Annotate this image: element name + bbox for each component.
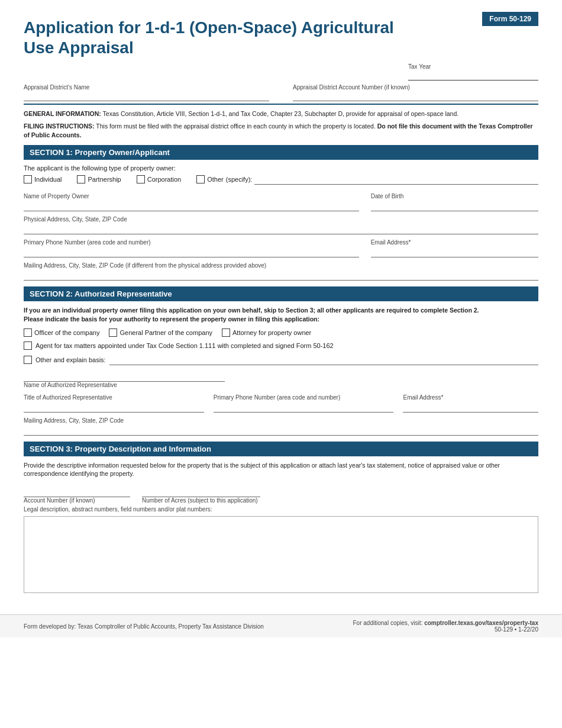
rep-title-label: Title of Authorized Representative <box>24 394 204 401</box>
rep-email-label: Email Address* <box>403 394 538 401</box>
rep-phone-field: Primary Phone Number (area code and numb… <box>214 394 394 413</box>
partnership-checkbox[interactable] <box>77 175 85 183</box>
section3-description: Provide the descriptive information requ… <box>24 461 538 478</box>
account-number-input[interactable] <box>24 487 130 497</box>
rep-phone-label: Primary Phone Number (area code and numb… <box>214 394 394 401</box>
general-partner-label: General Partner of the company <box>119 329 212 336</box>
filing-prefix: FILING INSTRUCTIONS: <box>24 123 95 130</box>
filing-instructions-notice: FILING INSTRUCTIONS: This form must be f… <box>24 122 538 139</box>
legal-desc-label: Legal description, abstract numbers, fie… <box>24 506 538 513</box>
rep-name-input[interactable] <box>24 371 225 382</box>
phone-label: Primary Phone Number (area code and numb… <box>24 239 359 246</box>
filing-text: This form must be filed with the apprais… <box>96 123 376 130</box>
owner-name-field: Name of Property Owner <box>24 193 359 211</box>
owner-name-input[interactable] <box>24 201 359 211</box>
corporation-checkbox-item[interactable]: Corporation <box>137 175 181 183</box>
dob-label: Date of Birth <box>371 193 538 199</box>
rep-name-label: Name of Authorized Representative <box>24 382 225 388</box>
officer-checkbox-item[interactable]: Officer of the company <box>24 328 99 337</box>
footer-version: 50-129 • 1-22/20 <box>353 626 538 633</box>
attorney-checkbox-item[interactable]: Attorney for property owner <box>222 328 311 337</box>
section1-header: SECTION 1: Property Owner/Applicant <box>24 145 538 160</box>
mailing-address-input[interactable] <box>24 270 538 281</box>
dob-field: Date of Birth <box>371 193 538 211</box>
mailing-address-label: Mailing Address, City, State, ZIP Code (… <box>24 262 538 269</box>
rep-mailing-field: Mailing Address, City, State, ZIP Code <box>24 417 538 436</box>
footer-right-prefix: For additional copies, visit: <box>353 620 425 626</box>
individual-checkbox[interactable] <box>24 175 32 183</box>
section2-note: If you are an individual property owner … <box>24 306 538 323</box>
attorney-checkbox[interactable] <box>222 328 230 337</box>
other-specify-input[interactable] <box>254 174 538 185</box>
footer-right-link[interactable]: comptroller.texas.gov/taxes/property-tax <box>424 620 538 626</box>
section2-header: SECTION 2: Authorized Representative <box>24 286 538 301</box>
mailing-address-field: Mailing Address, City, State, ZIP Code (… <box>24 262 538 281</box>
tax-year-field[interactable] <box>408 70 538 80</box>
agent-label: Agent for tax matters appointed under Ta… <box>35 342 334 349</box>
agent-checkbox[interactable] <box>24 342 32 350</box>
phone-field: Primary Phone Number (area code and numb… <box>24 239 359 257</box>
individual-checkbox-item[interactable]: Individual <box>24 175 62 183</box>
attorney-label: Attorney for property owner <box>232 329 311 336</box>
other-explain-label: Other and explain basis: <box>35 356 106 363</box>
acres-label: Number of Acres (subject to this applica… <box>142 497 260 504</box>
other-explain-input[interactable] <box>109 355 538 365</box>
general-partner-checkbox-item[interactable]: General Partner of the company <box>109 328 212 337</box>
dob-input[interactable] <box>371 201 538 211</box>
rep-title-field: Title of Authorized Representative <box>24 394 204 413</box>
other-specify-label: (specify): <box>226 176 253 183</box>
account-number-label: Account Number (if known) <box>24 497 130 504</box>
tax-year-label: Tax Year <box>408 63 538 70</box>
physical-address-label: Physical Address, City, State, ZIP Code <box>24 216 538 223</box>
district-account-input[interactable] <box>293 91 538 101</box>
page-title: Application for 1-d-1 (Open-Space) Agric… <box>24 18 408 57</box>
physical-address-field: Physical Address, City, State, ZIP Code <box>24 216 538 234</box>
acres-field: Number of Acres (subject to this applica… <box>142 487 260 504</box>
physical-address-input[interactable] <box>24 224 538 234</box>
footer-right: For additional copies, visit: comptrolle… <box>353 620 538 633</box>
rep-email-input[interactable] <box>403 402 538 413</box>
rep-title-input[interactable] <box>24 402 204 413</box>
section2-note2: Please indicate the basis for your autho… <box>24 315 319 323</box>
owner-type-label: The applicant is the following type of p… <box>24 165 538 172</box>
other-checkbox[interactable] <box>196 175 205 183</box>
individual-label: Individual <box>34 176 62 183</box>
partnership-label: Partnership <box>88 176 121 183</box>
rep-mailing-label: Mailing Address, City, State, ZIP Code <box>24 417 538 424</box>
other-explain-checkbox[interactable] <box>24 356 32 364</box>
email-field: Email Address* <box>371 239 538 257</box>
district-name-input[interactable] <box>24 91 269 101</box>
district-name-label: Appraisal District's Name <box>24 84 269 91</box>
form-badge: Form 50-129 <box>482 12 538 26</box>
section3-header: SECTION 3: Property Description and Info… <box>24 442 538 456</box>
officer-label: Officer of the company <box>34 329 99 336</box>
other-explain-row: Other and explain basis: <box>24 355 538 365</box>
legal-description-input[interactable] <box>24 516 538 593</box>
rep-email-field: Email Address* <box>403 394 538 413</box>
district-account-label: Appraisal District Account Number (if kn… <box>293 84 538 91</box>
footer-left: Form developed by: Texas Comptroller of … <box>24 623 264 630</box>
agent-row: Agent for tax matters appointed under Ta… <box>24 342 538 350</box>
acres-input[interactable] <box>142 487 260 497</box>
general-info-prefix: GENERAL INFORMATION: <box>24 110 101 117</box>
general-partner-checkbox[interactable] <box>109 328 117 337</box>
footer: Form developed by: Texas Comptroller of … <box>0 614 562 637</box>
officer-checkbox[interactable] <box>24 328 32 337</box>
partnership-checkbox-item[interactable]: Partnership <box>77 175 121 183</box>
general-info-notice: GENERAL INFORMATION: Texas Constitution,… <box>24 109 538 118</box>
email-input[interactable] <box>371 247 538 257</box>
other-specify-group: Other (specify): <box>196 174 538 185</box>
account-number-field: Account Number (if known) <box>24 487 130 504</box>
corporation-label: Corporation <box>147 176 181 183</box>
rep-name-field: Name of Authorized Representative <box>24 371 225 389</box>
email-label: Email Address* <box>371 239 538 246</box>
rep-type-group: Officer of the company General Partner o… <box>24 328 538 337</box>
rep-mailing-input[interactable] <box>24 425 538 436</box>
owner-name-label: Name of Property Owner <box>24 193 359 199</box>
phone-input[interactable] <box>24 247 359 257</box>
rep-phone-input[interactable] <box>214 402 394 413</box>
account-acres-row: Account Number (if known) Number of Acre… <box>24 487 538 504</box>
general-info-text: Texas Constitution, Article VIII, Sectio… <box>103 110 459 117</box>
corporation-checkbox[interactable] <box>137 175 145 183</box>
other-label: Other <box>207 176 224 183</box>
